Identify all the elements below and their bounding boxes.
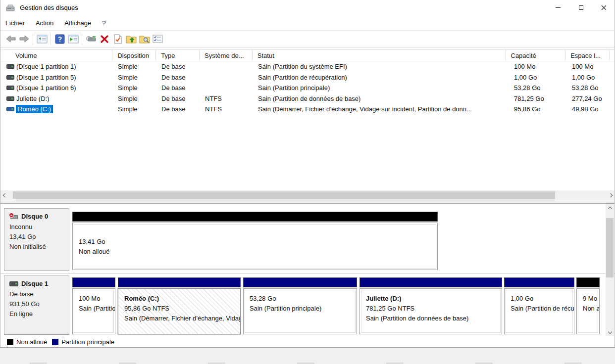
disk1-name: Disque 1 [21,280,48,287]
partition-size: 1,00 Go [511,294,574,304]
window-controls [547,0,615,15]
disk-row-divider [0,273,615,273]
find-button[interactable] [138,33,151,46]
svg-text:?: ? [57,35,62,43]
column-header-volume[interactable]: Volume [0,50,112,61]
volume-list: Volume Disposition Type Système de... St… [0,49,615,190]
horizontal-scrollbar[interactable] [0,190,615,200]
partition-unallocated-bar [576,277,600,287]
volume-row-romeo-selected[interactable]: Roméo (C:) Simple De base NTFS Sain (Dém… [0,104,615,115]
disk0-size: 13,41 Go [9,232,69,242]
partition-status: Non alloué [583,304,599,314]
export-list-button[interactable] [124,33,138,46]
disk-graphical-pane: Disque 0 Inconnu 13,41 Go Non initialisé… [0,204,615,337]
volume-filesystem: NTFS [200,95,253,102]
legend-primary-label: Partition principale [61,338,114,346]
action-pane-button[interactable] [66,33,80,46]
partition-size: 53,28 Go [250,294,357,304]
partition-romeo-block-selected[interactable]: Roméo (C:) 95,86 Go NTFS Sain (Démarrer,… [117,277,241,335]
scroll-down-arrow-icon[interactable] [606,327,614,336]
disk0-unallocated-body: 13,41 Go Non alloué [72,223,438,270]
properties-button[interactable] [111,33,124,46]
volume-disposition: Simple [113,74,156,81]
volume-row-disque1-partition6[interactable]: (Disque 1 partition 6) Simple De base Sa… [0,83,615,93]
volume-status: Sain (Partition principale) [253,84,507,91]
column-header-type[interactable]: Type [156,50,200,61]
close-button[interactable] [592,0,615,15]
volume-name: (Disque 1 partition 1) [16,63,76,70]
horizontal-scrollbar-thumb[interactable] [13,191,555,199]
volume-capacity: 1,00 Go [507,74,567,81]
partition-principale-block[interactable]: 53,28 Go Sain (Partition principale) [243,277,358,335]
column-header-systeme[interactable]: Système de... [200,50,253,61]
volume-free-space: 100 Mo [567,63,611,70]
vertical-scrollbar-thumb[interactable] [606,218,614,277]
partition-efi-block[interactable]: 100 Mo Sain (Partition du système EFI) [72,277,116,335]
volume-capacity: 95,86 Go [507,105,567,113]
forward-button[interactable] [17,33,31,46]
partition-recuperation-block[interactable]: 1,00 Go Sain (Partition de récupération) [504,277,575,335]
partition-juliette-block[interactable]: Juliette (D:) 781,25 Go NTFS Sain (Parti… [359,277,503,335]
disk0-block-label: Non alloué [79,247,437,257]
scroll-up-arrow-icon[interactable] [606,204,614,213]
menu-action[interactable]: Action [30,17,59,29]
back-button[interactable] [4,33,17,46]
delete-volume-button[interactable] [98,33,111,46]
volume-row-juliette[interactable]: Juliette (D:) Simple De base NTFS Sain (… [0,93,615,104]
volume-type: De base [156,95,200,102]
toolbar: ? [0,30,615,47]
column-header-espace[interactable]: Espace l... [565,50,610,61]
volume-name: Juliette (D:) [16,95,49,102]
pane-splitter[interactable] [0,200,615,204]
checklist-button[interactable] [151,33,164,46]
volume-free-space: 53,28 Go [567,84,611,91]
partition-juliette-body: Juliette (D:) 781,25 Go NTFS Sain (Parti… [359,288,502,334]
column-header-disposition[interactable]: Disposition [112,50,156,61]
scroll-right-arrow-icon[interactable] [606,190,615,200]
folder-up-arrow-icon [126,34,137,44]
partition-size: 95,86 Go NTFS [124,304,240,314]
disk0-name-row: Disque 0 [9,213,69,220]
partition-status: Sain (Partition de données de base) [366,314,502,323]
column-header-capacite[interactable]: Capacité [506,50,566,61]
volume-disk-icon [6,75,14,80]
partition-principale-body: 53,28 Go Sain (Partition principale) [243,288,357,334]
volume-disposition: Simple [113,105,156,113]
title-bar: Gestion des disques [0,0,615,15]
maximize-button[interactable] [569,0,592,15]
disk0-name: Disque 0 [21,213,48,220]
disk-management-window: Gestion des disques Fichier Action Affic… [0,0,615,348]
partition-efi-body: 100 Mo Sain (Partition du système EFI) [72,288,115,334]
help-button[interactable]: ? [53,33,66,46]
partition-status: Sain (Partition principale) [250,304,357,314]
volume-type: De base [156,84,200,91]
toolbar-separator [51,33,51,45]
document-check-icon [113,34,122,44]
toolbar-separator [82,33,82,45]
legend-unallocated-label: Non alloué [16,338,47,346]
disk1-label-box[interactable]: Disque 1 De base 931,50 Go En ligne [4,275,69,335]
partition-unallocated-block[interactable]: 9 Mo Non alloué [576,277,600,335]
vertical-scrollbar[interactable] [606,204,614,336]
partition-romeo-bar [118,277,241,287]
partition-efi-bar [72,277,115,287]
partition-title: Juliette (D:) [366,294,502,304]
volume-capacity: 100 Mo [507,63,567,70]
menu-aide[interactable]: ? [97,17,111,29]
volume-row-disque1-partition1[interactable]: (Disque 1 partition 1) Simple De base Sa… [0,61,615,72]
disk0-unallocated-bar [72,212,438,222]
volume-status: Sain (Partition de récupération) [253,74,507,81]
column-header-statut[interactable]: Statut [253,50,506,61]
menu-affichage[interactable]: Affichage [59,17,97,29]
volume-disk-icon [6,107,14,111]
disk0-unallocated-block[interactable]: 13,41 Go Non alloué [72,211,438,270]
scroll-left-arrow-icon[interactable] [0,190,9,200]
minimize-button[interactable] [547,0,569,15]
legend-primary-swatch [52,339,58,345]
menu-fichier[interactable]: Fichier [0,17,30,29]
rescan-disks-button[interactable] [84,33,98,46]
partition-romeo-body: Roméo (C:) 95,86 Go NTFS Sain (Démarrer,… [118,288,241,334]
disk0-label-box[interactable]: Disque 0 Inconnu 13,41 Go Non initialisé [4,208,69,271]
volume-row-disque1-partition5[interactable]: (Disque 1 partition 5) Simple De base Sa… [0,72,615,83]
console-tree-button[interactable] [35,33,49,46]
